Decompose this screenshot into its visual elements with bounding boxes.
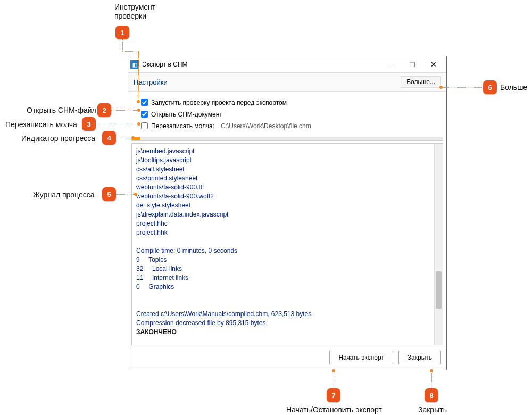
callout-4-label: Индикатор прогресса — [21, 134, 95, 143]
chk2-label: Открыть CHM-документ — [151, 111, 222, 118]
log-done-label: ЗАКОНЧЕНО — [136, 328, 177, 336]
export-chm-dialog: ◧ Экспорт в CHM — ☐ ✕ Настройки Больше..… — [128, 56, 447, 370]
chk3-label: Перезаписать молча: — [151, 122, 214, 130]
callout-1-label-line1: Инструмент — [114, 3, 155, 11]
callout-6-label: Больше — [500, 83, 527, 92]
checkbox-open-chm[interactable]: Открыть CHM-документ — [139, 109, 436, 119]
connector-1-dot — [137, 100, 140, 103]
connector-7 — [334, 371, 334, 388]
process-log: js\oembed.javascript js\tooltips.javascr… — [132, 144, 434, 345]
app-icon: ◧ — [130, 60, 139, 69]
connector-4-dot — [131, 136, 135, 139]
connector-3-dot — [137, 122, 140, 126]
chk-open-chm-input[interactable] — [141, 111, 148, 118]
callout-2-label: Открыть CHM-файл — [27, 106, 96, 114]
checkbox-overwrite-silent[interactable]: Перезаписать молча: C:\Users\Work\Deskto… — [139, 121, 436, 131]
chk1-label: Запустить проверку проекта перед экспорт… — [151, 99, 287, 106]
minimize-button[interactable]: — — [380, 57, 402, 72]
overwrite-path: C:\Users\Work\Desktop\file.chm — [221, 122, 311, 130]
titlebar-close-button[interactable]: ✕ — [423, 57, 444, 72]
settings-header: Настройки Больше... — [128, 72, 446, 92]
chk-overwrite-input[interactable] — [141, 122, 148, 129]
chk-run-validation-input[interactable] — [141, 99, 148, 106]
callout-7-label: Начать/Остановить экспорт — [286, 405, 382, 414]
connector-8-dot — [430, 369, 433, 372]
dialog-title: Экспорт в CHM — [142, 61, 380, 68]
progress-bar — [131, 137, 443, 141]
connector-2 — [111, 110, 138, 111]
checkbox-group: Запустить проверку проекта перед экспорт… — [128, 92, 446, 136]
checkbox-run-validation[interactable]: Запустить проверку проекта перед экспорт… — [139, 97, 436, 107]
dialog-button-row: Начать экспорт Закрыть — [128, 345, 446, 370]
callout-7: 7 — [327, 388, 340, 402]
callout-6: 6 — [483, 80, 497, 94]
callout-5: 5 — [102, 187, 116, 201]
connector-7-dot — [332, 369, 335, 372]
maximize-button[interactable]: ☐ — [402, 57, 423, 72]
connector-5-dot — [134, 193, 137, 196]
connector-1bend-v — [138, 51, 139, 102]
log-thumb[interactable] — [436, 271, 442, 309]
connector-2-dot — [137, 109, 140, 112]
settings-title: Настройки — [134, 78, 401, 86]
connector-8 — [431, 371, 432, 388]
connector-3 — [96, 124, 138, 124]
callout-1: 1 — [115, 26, 129, 39]
callout-4: 4 — [102, 131, 116, 145]
more-button[interactable]: Больше... — [401, 76, 441, 88]
log-wrap: js\oembed.javascript js\tooltips.javascr… — [131, 143, 443, 345]
callout-5-label: Журнал процесса — [33, 190, 95, 199]
connector-1bend-h — [122, 51, 138, 52]
titlebar: ◧ Экспорт в CHM — ☐ ✕ — [128, 56, 446, 72]
connector-5 — [116, 194, 135, 195]
callout-1-label-line2: проверки — [114, 12, 146, 20]
close-button[interactable]: Закрыть — [398, 351, 441, 364]
callout-8: 8 — [425, 388, 438, 402]
connector-4 — [116, 138, 132, 138]
connector-6-dot — [439, 86, 443, 89]
log-scrollbar[interactable] — [434, 144, 443, 345]
connector-6 — [442, 87, 483, 88]
callout-8-label: Закрыть — [418, 405, 447, 414]
connector-1v — [122, 39, 123, 51]
start-export-button[interactable]: Начать экспорт — [329, 351, 393, 364]
callout-3-label: Перезаписать молча — [5, 120, 77, 129]
callout-3: 3 — [82, 117, 96, 131]
callout-2: 2 — [97, 103, 111, 117]
